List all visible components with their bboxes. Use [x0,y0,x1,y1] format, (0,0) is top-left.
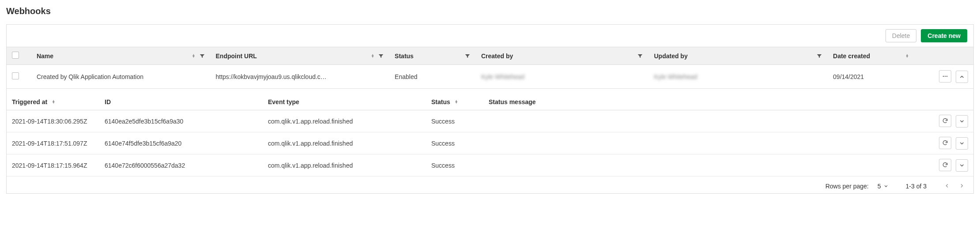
cell-name: Created by Qlik Application Automation [31,65,211,89]
filter-icon [199,53,205,59]
cell-triggered-at: 2021-09-14T18:30:06.295Z [7,110,99,132]
header-statusmsg-label: Status message [489,98,536,105]
page-title: Webhooks [6,6,974,16]
webhooks-panel: Delete Create new [6,24,974,194]
chevron-down-icon [959,163,965,168]
filter-icon [816,53,822,59]
cell-status: Success [426,132,483,154]
pagination: Rows per page: 5 1-3 of 3 [7,176,973,193]
row-collapse-button[interactable] [956,71,968,83]
expand-button[interactable] [956,137,968,150]
header-datecreated-label: Date created [833,53,870,60]
cell-status: Enabled [389,65,476,89]
sort-icon: ▲▼ [455,100,458,104]
cell-id: 6140ea2e5dfe3b15cf6a9a30 [99,110,263,132]
header-actions [929,94,973,110]
svg-point-1 [945,76,946,77]
panel-actions: Delete Create new [7,25,973,47]
header-id-label: ID [105,98,111,105]
table-row: 2021-09-14T18:17:51.097Z 6140e74f5dfe3b1… [7,132,973,154]
svg-point-0 [943,76,944,77]
checkbox-icon[interactable] [12,72,19,79]
chevron-right-icon [959,183,965,188]
page-range-label: 1-3 of 3 [906,183,927,190]
cell-statusmsg [483,154,929,176]
rows-per-page-value: 5 [878,183,881,190]
next-page-button[interactable] [959,183,965,190]
chevron-down-icon [959,141,965,146]
webhooks-table: Name ▲▼ Endpoint URL [7,47,973,89]
sort-icon: ▲▼ [905,54,909,58]
resend-button[interactable] [939,137,951,149]
chevron-up-icon [959,74,965,79]
cell-status: Success [426,110,483,132]
expand-button[interactable] [956,159,968,172]
cell-triggered-at: 2021-09-14T18:17:51.097Z [7,132,99,154]
chevron-left-icon [944,183,950,188]
header-eventtype[interactable]: Event type [263,94,426,110]
cell-statusmsg [483,132,929,154]
cell-eventtype: com.qlik.v1.app.reload.finished [263,110,426,132]
svg-point-2 [946,76,947,77]
header-status[interactable]: Status [389,47,476,65]
delete-button[interactable]: Delete [886,29,916,42]
cell-eventtype: com.qlik.v1.app.reload.finished [263,132,426,154]
header-endpoint[interactable]: Endpoint URL ▲▼ [211,47,390,65]
header-updatedby[interactable]: Updated by [648,47,828,65]
table-row: 2021-09-14T18:30:06.295Z 6140ea2e5dfe3b1… [7,110,973,132]
table-row: 2021-09-14T18:17:15.964Z 6140e72c6f60005… [7,154,973,176]
header-createdby[interactable]: Created by [476,47,649,65]
header-statusmsg[interactable]: Status message [483,94,929,110]
expand-button[interactable] [956,115,968,128]
resend-button[interactable] [939,159,951,171]
header-datecreated[interactable]: Date created ▲▼ [828,47,914,65]
header-status[interactable]: Status ▲▼ [426,94,483,110]
header-endpoint-label: Endpoint URL [216,53,257,60]
header-status-label: Status [431,98,450,105]
row-more-button[interactable] [939,70,951,83]
create-new-button[interactable]: Create new [921,29,967,42]
sort-icon: ▲▼ [371,54,374,58]
cell-createdby: Kyle Whitehead [476,65,649,89]
header-triggered-at-label: Triggered at [12,98,47,105]
cell-id: 6140e72c6f6000556a27da32 [99,154,263,176]
header-eventtype-label: Event type [268,98,299,105]
header-actions [914,47,973,65]
header-select-all[interactable] [7,47,31,65]
cell-datecreated: 09/14/2021 [828,65,914,89]
header-name-label: Name [37,53,53,60]
cell-endpoint: https://kokbvavjmyjoau9.us.qlikcloud.c… [211,65,390,89]
header-triggered-at[interactable]: Triggered at ▲▼ [7,94,99,110]
cell-updatedby: Kyle Whitehead [648,65,828,89]
checkbox-icon [12,52,19,59]
cell-id: 6140e74f5dfe3b15cf6a9a20 [99,132,263,154]
sort-icon: ▲▼ [52,100,55,104]
refresh-icon [942,140,948,146]
refresh-icon [942,162,948,168]
header-updatedby-label: Updated by [654,53,687,60]
refresh-icon [942,118,948,124]
filter-icon [637,53,643,59]
sort-icon: ▲▼ [192,54,196,58]
chevron-down-icon [884,184,888,188]
prev-page-button[interactable] [944,183,950,190]
filter-icon [378,53,384,59]
cell-statusmsg [483,110,929,132]
rows-per-page-label: Rows per page: [825,183,869,190]
more-icon [942,73,948,79]
cell-eventtype: com.qlik.v1.app.reload.finished [263,154,426,176]
header-name[interactable]: Name ▲▼ [31,47,211,65]
header-status-label: Status [395,53,414,60]
resend-button[interactable] [939,115,951,127]
cell-triggered-at: 2021-09-14T18:17:15.964Z [7,154,99,176]
events-table: Triggered at ▲▼ ID Event type St [7,94,973,176]
header-createdby-label: Created by [481,53,513,60]
header-id[interactable]: ID [99,94,263,110]
filter-icon [464,53,471,59]
cell-status: Success [426,154,483,176]
chevron-down-icon [959,119,965,124]
webhook-events-panel: Triggered at ▲▼ ID Event type St [7,89,973,193]
rows-per-page-select[interactable]: 5 [878,183,888,190]
table-row[interactable]: Created by Qlik Application Automation h… [7,65,973,89]
